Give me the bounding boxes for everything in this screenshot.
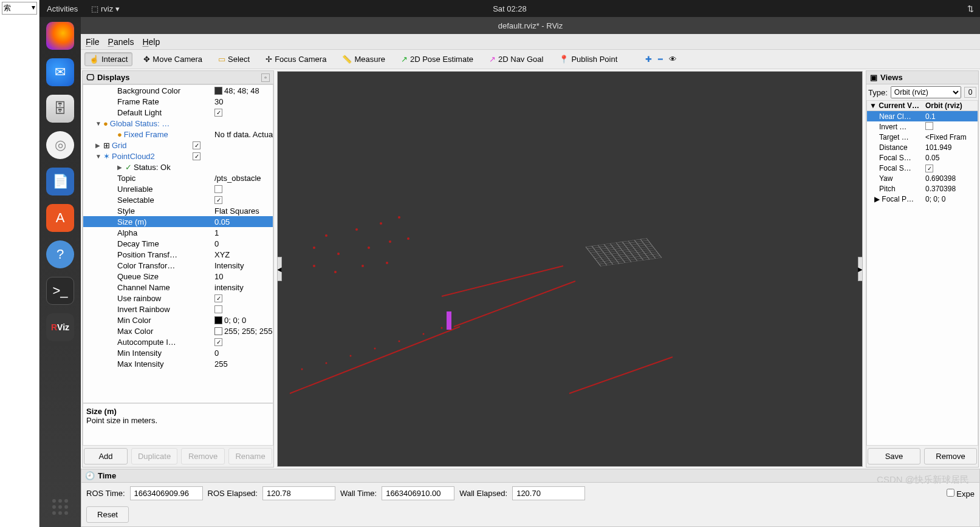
- pin-icon: 📍: [559, 55, 569, 64]
- focus-icon: ✢: [266, 55, 272, 64]
- search-dropdown[interactable]: 索 ▾: [2, 2, 37, 15]
- views-panel: ▣Views Type: Orbit (rviz) 0 ▼ Current V……: [866, 70, 979, 467]
- checkbox[interactable]: ✓: [214, 294, 222, 302]
- checkbox[interactable]: ✓: [193, 152, 200, 160]
- rviz-window: default.rviz* - RViz FFileile Panels Hel…: [81, 17, 980, 527]
- svg-point-13: [301, 369, 303, 370]
- pointcloud-icon: ✶: [103, 152, 110, 161]
- menubar: FFileile Panels Help: [81, 34, 980, 50]
- pointcloud-render: [278, 72, 862, 466]
- svg-point-2: [337, 253, 340, 255]
- checkbox[interactable]: [214, 185, 222, 193]
- svg-point-18: [423, 333, 425, 335]
- app-menu[interactable]: ⬚ rviz ▾: [85, 4, 125, 13]
- wall-time-field[interactable]: [382, 486, 454, 500]
- eye-icon[interactable]: 👁: [669, 55, 677, 64]
- color-swatch: [214, 316, 222, 324]
- checkbox[interactable]: ✓: [214, 196, 222, 204]
- camera-icon: ▣: [870, 73, 877, 82]
- view-type-select[interactable]: Orbit (rviz): [891, 86, 961, 98]
- hand-icon: ☝: [89, 55, 99, 64]
- writer-icon[interactable]: 📄: [46, 168, 74, 195]
- pose-estimate-tool[interactable]: ↗2D Pose Estimate: [396, 52, 478, 66]
- app-grid-icon[interactable]: [52, 499, 68, 515]
- ros-elapsed-field[interactable]: [262, 486, 335, 500]
- color-swatch: [214, 87, 222, 95]
- network-icon: ⇅: [967, 4, 974, 13]
- activities-button[interactable]: Activities: [39, 4, 85, 13]
- checkbox[interactable]: [925, 122, 933, 130]
- svg-point-8: [407, 237, 409, 240]
- dock: ✉ 🗄 ◎ 📄 A ? >_ RViz: [39, 17, 81, 527]
- system-tray[interactable]: ⇅: [967, 4, 980, 13]
- firefox-icon[interactable]: [46, 22, 74, 50]
- menu-file[interactable]: FFileile: [86, 37, 100, 47]
- reset-button[interactable]: Reset: [86, 506, 129, 523]
- svg-point-11: [362, 265, 364, 267]
- nav-goal-tool[interactable]: ↗2D Nav Goal: [484, 52, 548, 66]
- svg-point-7: [398, 216, 400, 219]
- views-tree[interactable]: ▼ Current V…Orbit (rviz) Near Cl…0.1 Inv…: [866, 100, 978, 446]
- menu-help[interactable]: Help: [142, 37, 160, 47]
- help-icon[interactable]: ?: [46, 240, 74, 268]
- browser-remnant: 索 ▾: [0, 0, 39, 527]
- zero-button[interactable]: 0: [964, 87, 976, 98]
- description-box: Size (m) Point size in meters.: [83, 403, 273, 446]
- experimental-checkbox[interactable]: [947, 489, 954, 497]
- select-tool[interactable]: ▭Select: [213, 52, 255, 66]
- warn-icon: ●: [103, 119, 108, 128]
- 3d-viewport[interactable]: ◀ ▶: [277, 71, 863, 467]
- displays-tree[interactable]: Background Color48; 48; 48 Frame Rate30 …: [83, 84, 273, 403]
- plus-icon[interactable]: ✚: [645, 55, 652, 64]
- time-panel: 🕘Time ROS Time: ROS Elapsed: Wall Time: …: [81, 469, 980, 527]
- checkbox[interactable]: ✓: [193, 141, 200, 149]
- svg-line-20: [290, 327, 460, 393]
- grid-icon: ⊞: [103, 141, 110, 150]
- svg-point-6: [389, 240, 391, 243]
- clock-icon: 🕘: [85, 471, 95, 480]
- move-camera-tool[interactable]: ✥Move Camera: [139, 52, 207, 66]
- toolbar: ☝Interact ✥Move Camera ▭Select ✢Focus Ca…: [81, 50, 980, 69]
- checkbox[interactable]: ✓: [214, 338, 222, 346]
- remove-view-button[interactable]: Remove: [924, 448, 977, 464]
- ros-time-field[interactable]: [130, 486, 203, 500]
- close-panel-icon[interactable]: ▫: [261, 73, 270, 82]
- svg-point-5: [380, 222, 382, 225]
- svg-line-21: [442, 266, 563, 296]
- ruler-icon: 📏: [342, 55, 352, 64]
- select-icon: ▭: [218, 55, 225, 64]
- window-title: default.rviz* - RViz: [81, 17, 980, 34]
- svg-point-17: [399, 341, 400, 342]
- wall-elapsed-field[interactable]: [512, 486, 585, 500]
- menu-panels[interactable]: Panels: [108, 37, 134, 47]
- svg-point-4: [368, 246, 370, 249]
- save-view-button[interactable]: Save: [868, 448, 920, 464]
- add-button[interactable]: Add: [84, 448, 128, 464]
- checkbox[interactable]: [214, 305, 222, 313]
- svg-point-10: [334, 271, 337, 273]
- rhythmbox-icon[interactable]: ◎: [46, 131, 74, 159]
- rviz-icon[interactable]: RViz: [46, 313, 74, 341]
- clock: Sat 02:28: [493, 4, 527, 13]
- svg-point-15: [350, 355, 352, 357]
- checkbox[interactable]: ✓: [925, 165, 933, 172]
- arrow-icon: ↗: [401, 55, 408, 64]
- interact-tool[interactable]: ☝Interact: [84, 52, 132, 66]
- measure-tool[interactable]: 📏Measure: [337, 52, 390, 66]
- minus-icon[interactable]: ━: [658, 55, 663, 64]
- svg-point-1: [325, 234, 327, 237]
- files-icon[interactable]: 🗄: [46, 95, 74, 123]
- focus-camera-tool[interactable]: ✢Focus Camera: [261, 52, 331, 66]
- size-row-selected: Size (m)0.05: [83, 216, 273, 227]
- svg-line-22: [454, 281, 575, 327]
- svg-point-19: [441, 327, 443, 329]
- publish-point-tool[interactable]: 📍Publish Point: [554, 52, 622, 66]
- checkbox[interactable]: ✓: [214, 109, 222, 117]
- check-icon: ✓: [125, 163, 132, 172]
- software-icon[interactable]: A: [46, 204, 74, 232]
- svg-point-0: [313, 246, 315, 249]
- terminal-icon[interactable]: >_: [46, 277, 74, 305]
- svg-point-14: [326, 362, 327, 364]
- thunderbird-icon[interactable]: ✉: [46, 58, 74, 86]
- duplicate-button: Duplicate: [131, 448, 177, 464]
